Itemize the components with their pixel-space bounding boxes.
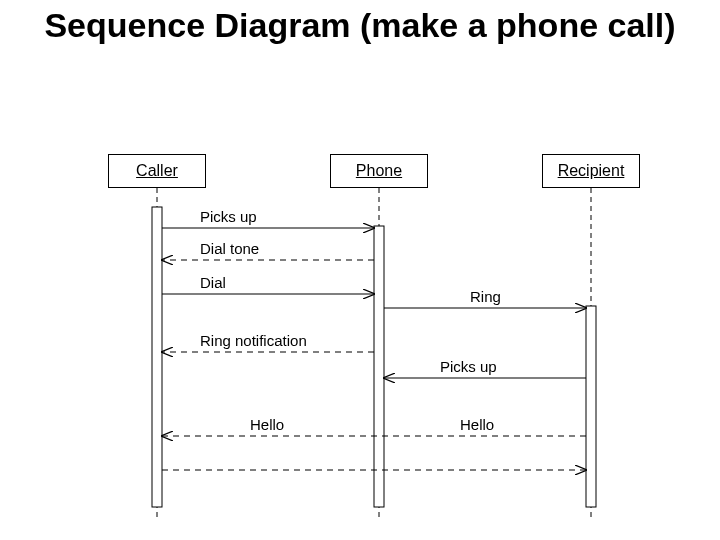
label-hello-2: Hello: [460, 416, 494, 433]
label-dial-tone: Dial tone: [200, 240, 259, 257]
label-ring-notification: Ring notification: [200, 332, 307, 349]
label-dial: Dial: [200, 274, 226, 291]
activation-phone: [374, 226, 384, 507]
activation-caller: [152, 207, 162, 507]
label-picks-up-2: Picks up: [440, 358, 497, 375]
sequence-diagram-svg: [0, 0, 720, 540]
label-picks-up-1: Picks up: [200, 208, 257, 225]
slide: Sequence Diagram (make a phone call) Cal…: [0, 0, 720, 540]
activation-recipient: [586, 306, 596, 507]
label-hello-1: Hello: [250, 416, 284, 433]
label-ring: Ring: [470, 288, 501, 305]
